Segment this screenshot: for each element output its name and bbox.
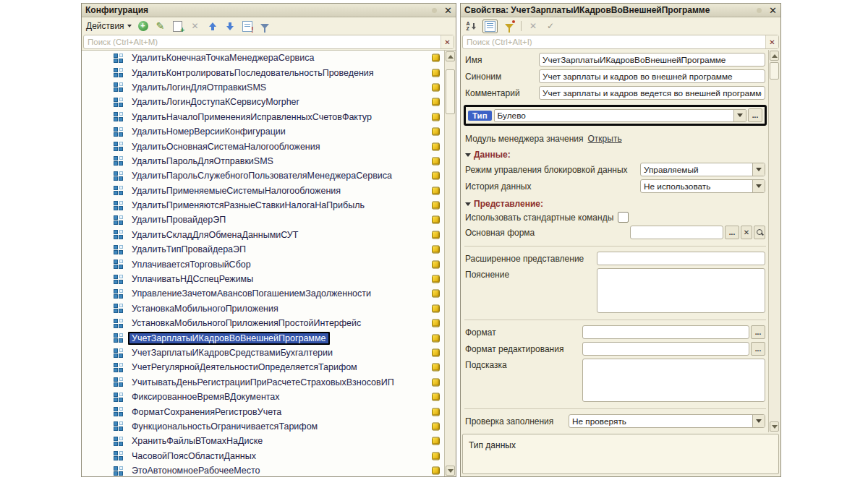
filter-properties-button[interactable]	[503, 20, 515, 32]
list-item[interactable]: ФункциональностьОграничиваетсяТарифом	[82, 419, 443, 434]
list-item[interactable]: УдалитьТипПровайдераЭП	[82, 242, 443, 257]
search-clear-icon[interactable]: ✕	[441, 35, 454, 48]
constant-icon	[114, 186, 124, 195]
list-item[interactable]: ФорматСохраненияРегистровУчета	[82, 404, 443, 419]
main-form-input[interactable]	[630, 226, 723, 239]
stored-value-icon	[432, 113, 440, 121]
copy-button[interactable]: +	[172, 20, 184, 32]
list-item[interactable]: УдалитьНомерВерсииКонфигурации	[82, 124, 443, 139]
actions-menu-button[interactable]: Действия	[86, 21, 132, 31]
list-item[interactable]: УдалитьПарольДляОтправкиSMS	[82, 154, 443, 168]
add-button[interactable]: +	[137, 20, 149, 32]
constant-icon	[114, 171, 124, 181]
properties-scrollbar[interactable]	[768, 50, 780, 432]
name-input[interactable]	[539, 53, 765, 67]
list-item[interactable]: УчетЗарплатыИКадровСредствамиБухгалтерии	[82, 346, 443, 360]
edit-format-ellipsis-button[interactable]: ...	[751, 342, 765, 356]
dropdown-icon[interactable]	[752, 180, 765, 192]
list-item[interactable]: ЧасовойПоясОбластиДанных	[82, 449, 443, 463]
constant-icon	[114, 82, 124, 92]
properties-search-input[interactable]	[463, 38, 765, 46]
scroll-up-button[interactable]	[770, 51, 779, 61]
stored-value-icon	[432, 364, 440, 372]
list-item[interactable]: УстановкаМобильногоПриложенияПростойИнте…	[82, 316, 443, 330]
properties-title: Свойства: УчетЗарплатыИКадровВоВнешнейПр…	[464, 5, 757, 15]
format-ellipsis-button[interactable]: ...	[751, 325, 765, 339]
main-form-clear-button[interactable]: ✕	[741, 226, 752, 239]
sort-alphabetical-button[interactable]: AZ	[465, 20, 477, 32]
list-item[interactable]: УдалитьПрименяемыеСистемыНалогообложения	[82, 184, 443, 198]
search-clear-icon[interactable]: ✕	[765, 35, 778, 48]
list-item[interactable]: ФиксированноеВремяВДокументах	[82, 390, 443, 404]
section-presentation[interactable]: Представление:	[465, 199, 765, 209]
list-item[interactable]: УстановкаМобильногоПриложения	[82, 301, 443, 316]
list-item[interactable]: УплачиватьНДСспецРежимы	[82, 272, 443, 286]
format-label: Формат	[465, 327, 582, 338]
cancel-edit-button[interactable]: ✕	[527, 20, 539, 32]
scroll-down-button[interactable]	[446, 466, 455, 476]
type-dropdown-button[interactable]	[733, 110, 746, 121]
close-icon[interactable]: ✕	[444, 6, 452, 15]
list-item[interactable]: УдалитьЛогинДоступаКСервисуMorpher	[82, 95, 443, 109]
explanation-textarea[interactable]	[597, 268, 765, 313]
synonym-input[interactable]	[539, 69, 765, 83]
list-item[interactable]: УдалитьКонечнаяТочкаМенеджераСервиса	[82, 51, 443, 65]
scrollbar-thumb[interactable]	[446, 69, 455, 114]
list-item[interactable]: УдалитьНачалоПримененияИсправленныхСчето…	[82, 110, 443, 124]
tooltip-label: Подсказка	[465, 359, 582, 370]
move-down-button[interactable]	[224, 20, 236, 32]
pin-icon[interactable]	[757, 8, 762, 13]
categories-button[interactable]	[482, 20, 498, 33]
configuration-toolbar: Действия + ✎ + ✕ !	[82, 17, 456, 35]
move-up-button[interactable]	[207, 20, 218, 32]
main-form-ellipsis-button[interactable]: ...	[725, 226, 739, 239]
edit-button[interactable]: ✎	[155, 20, 166, 32]
list-item[interactable]: УдалитьПровайдерЭП	[82, 213, 443, 227]
format-input[interactable]	[582, 325, 749, 339]
list-item[interactable]: УдалитьКонтролироватьПоследовательностьП…	[82, 65, 443, 80]
fill-check-combo[interactable]: Не проверять	[569, 414, 765, 428]
filter-button[interactable]	[259, 20, 271, 32]
list-item[interactable]: УдалитьОсновнаяСистемаНалогообложения	[82, 139, 443, 153]
list-scrollbar[interactable]	[444, 51, 456, 476]
list-item[interactable]: УдалитьСкладДляОбменаДаннымиСУТ	[82, 228, 443, 242]
std-commands-checkbox[interactable]	[618, 212, 629, 223]
scroll-down-button[interactable]	[770, 421, 779, 432]
type-combo[interactable]: Булево	[494, 109, 746, 122]
open-module-link[interactable]: Открыть	[588, 134, 622, 144]
comment-input[interactable]	[539, 86, 765, 100]
extended-presentation-input[interactable]	[597, 252, 765, 265]
edit-format-input[interactable]	[582, 342, 749, 356]
property-row-lock-mode: Режим управления блокировкой данных Упра…	[465, 163, 765, 176]
lock-mode-combo[interactable]: Управляемый	[640, 163, 765, 176]
delete-button[interactable]: ✕	[190, 20, 201, 32]
stored-value-icon	[432, 467, 440, 475]
list-item[interactable]: УправлениеЗачетомАвансовПогашениемЗадолж…	[82, 286, 443, 301]
properties-titlebar: Свойства: УчетЗарплатыИКадровВоВнешнейПр…	[461, 4, 780, 17]
close-icon[interactable]: ✕	[769, 6, 777, 15]
list-item[interactable]: УдалитьПрименяютсяРазныеСтавкиНалогаНаПр…	[82, 198, 443, 213]
list-item[interactable]: ЭтоАвтономноеРабочееМесто	[82, 463, 443, 476]
pin-icon[interactable]	[432, 8, 437, 13]
stored-value-icon	[432, 128, 440, 136]
list-item[interactable]: УчетЗарплатыИКадровВоВнешнейПрограмме	[82, 330, 443, 345]
section-data[interactable]: Данные:	[465, 150, 765, 160]
property-description-box: Тип данных	[462, 434, 779, 474]
main-form-search-button[interactable]	[754, 226, 765, 239]
list-item[interactable]: УплачиваетсяТорговыйСбор	[82, 257, 443, 271]
tooltip-textarea[interactable]	[582, 359, 765, 402]
data-history-combo[interactable]: Не использовать	[640, 179, 765, 193]
scrollbar-thumb[interactable]	[770, 62, 779, 80]
list-item[interactable]: ХранитьФайлыВТомахНаДиске	[82, 434, 443, 448]
accept-edit-button[interactable]: ✓	[545, 20, 556, 32]
list-item[interactable]: УчетРегулярнойДеятельностиОпределяетсяТа…	[82, 360, 443, 374]
list-item[interactable]: УдалитьЛогинДляОтправкиSMS	[82, 80, 443, 95]
dropdown-icon[interactable]	[752, 163, 765, 176]
type-ellipsis-button[interactable]: ...	[748, 108, 762, 122]
list-item[interactable]: УдалитьПарольСлужебногоПользователяМенед…	[82, 168, 443, 183]
search-input[interactable]	[84, 38, 441, 46]
scroll-up-button[interactable]	[446, 51, 455, 61]
sort-list-button[interactable]: !	[242, 20, 253, 32]
dropdown-icon[interactable]	[752, 415, 765, 427]
list-item[interactable]: УчитыватьДеньРегистрацииПриРасчетеСтрахо…	[82, 375, 443, 390]
